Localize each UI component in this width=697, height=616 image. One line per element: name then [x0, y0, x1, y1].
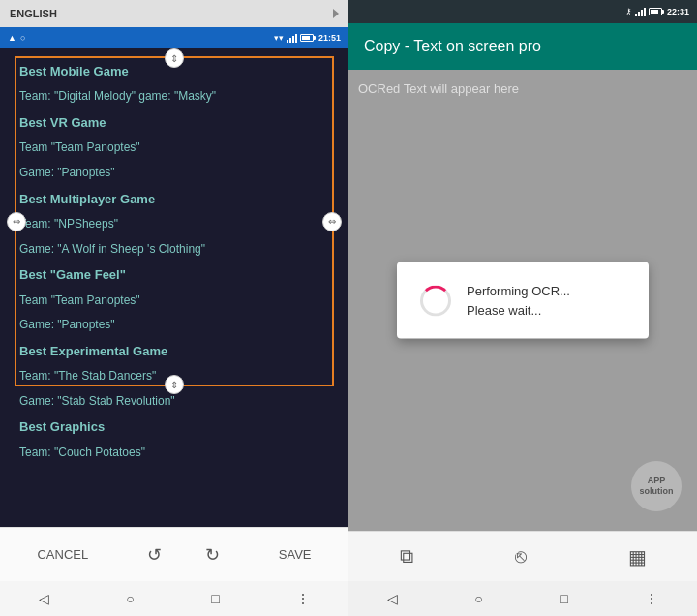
ocr-line2: Please wait...: [467, 300, 570, 320]
right-app-bar: Copy - Text on screen pro: [348, 23, 697, 70]
watermark-line1: APP: [648, 476, 666, 486]
status-left-icons: ▲ ○: [8, 33, 25, 43]
right-home-button[interactable]: ○: [474, 591, 482, 606]
copy-button[interactable]: ⧉: [400, 545, 413, 568]
battery-icon: [300, 34, 316, 42]
right-signal-icon: [635, 7, 646, 16]
ocr-placeholder-text: OCRed Text will appear here: [358, 77, 519, 100]
text-line-2: Best VR Game: [19, 111, 329, 134]
text-line-7: Game: "A Wolf in Sheep 's Clothing": [19, 239, 329, 261]
right-content-area: OCRed Text will appear here Performing O…: [348, 70, 697, 531]
text-line-1: Team: "Digital Melody" game: "Masky": [19, 86, 329, 108]
notification-icon: ▲: [8, 33, 16, 43]
text-line-15: Team: "Couch Potatoes": [19, 443, 329, 464]
recents-button[interactable]: □: [211, 591, 219, 606]
language-arrow-icon: [333, 9, 339, 18]
cancel-button[interactable]: CANCEL: [21, 539, 104, 570]
language-bar: ENGLISH: [0, 0, 348, 27]
right-panel: ⚷ 22:31 Copy - Text on screen pro OCRed …: [348, 0, 697, 616]
watermark-line2: solution: [640, 486, 674, 497]
undo-button[interactable]: ↺: [147, 544, 162, 566]
left-nav-bar: ◁ ○ □ ⋮: [0, 581, 348, 616]
wifi-icon: ▾▾: [274, 33, 284, 43]
text-line-11: Best Experimental Game: [19, 340, 329, 362]
text-line-3: Team "Team Panoptes": [19, 138, 329, 159]
right-battery-icon: [649, 8, 664, 15]
right-status-icons: ⚷ 22:31: [625, 7, 689, 16]
right-status-bar: ⚷ 22:31: [348, 0, 697, 23]
image-button[interactable]: ▦: [628, 545, 647, 569]
right-menu-button[interactable]: ⋮: [645, 591, 658, 606]
share-button[interactable]: ⎋: [515, 545, 527, 568]
right-nav-bar: ◁ ○ □ ⋮: [348, 581, 697, 616]
left-status-bar: ▲ ○ ▾▾ 21:51: [0, 27, 348, 48]
text-line-12: Team: "The Stab Dancers": [19, 366, 329, 387]
ocr-dialog-text: Performing OCR... Please wait...: [467, 282, 570, 320]
ocr-dialog: Performing OCR... Please wait...: [397, 262, 649, 339]
text-line-13: Game: "Stab Stab Revolution": [19, 391, 329, 413]
save-button[interactable]: SAVE: [263, 539, 327, 570]
right-app-title: Copy - Text on screen pro: [364, 38, 541, 55]
redo-button[interactable]: ↻: [205, 544, 220, 566]
content-area: ⇕ ⇕ ⇔ ⇔ Best Mobile Game Team: "Digital …: [0, 48, 348, 527]
right-back-button[interactable]: ◁: [387, 591, 398, 606]
app-solution-watermark: APP solution: [631, 461, 682, 511]
text-line-14: Best Graphics: [19, 416, 329, 438]
text-line-6: Team: "NPSheeps": [19, 214, 329, 235]
left-time: 21:51: [318, 33, 341, 43]
text-line-8: Best "Game Feel": [19, 263, 329, 286]
text-line-9: Team "Team Panoptes": [19, 291, 329, 312]
right-time: 22:31: [667, 7, 689, 16]
menu-button[interactable]: ⋮: [296, 591, 310, 606]
left-panel: ENGLISH ▲ ○ ▾▾ 21:51 ⇕: [0, 0, 348, 616]
text-content-area: Best Mobile Game Team: "Digital Melody" …: [0, 48, 348, 478]
text-line-10: Game: "Panoptes": [19, 315, 329, 336]
text-line-4: Game: "Panoptes": [19, 163, 329, 184]
bottom-toolbar: CANCEL ↺ ↻ SAVE: [0, 527, 348, 581]
text-line-0: Best Mobile Game: [19, 60, 329, 82]
loading-spinner: [420, 285, 451, 316]
language-label: ENGLISH: [10, 8, 57, 19]
ocr-line1: Performing OCR...: [467, 282, 570, 301]
back-button[interactable]: ◁: [39, 591, 49, 606]
signal-bars-icon: [287, 33, 297, 43]
home-button[interactable]: ○: [126, 591, 134, 606]
text-line-5: Best Multiplayer Game: [19, 188, 329, 210]
right-bottom-bar: ⧉ ⎋ ▦: [348, 531, 697, 581]
status-right-area: ▾▾ 21:51: [274, 33, 341, 43]
right-recents-button[interactable]: □: [560, 591, 567, 606]
key-icon: ⚷: [625, 7, 632, 16]
search-status-icon: ○: [20, 33, 25, 43]
